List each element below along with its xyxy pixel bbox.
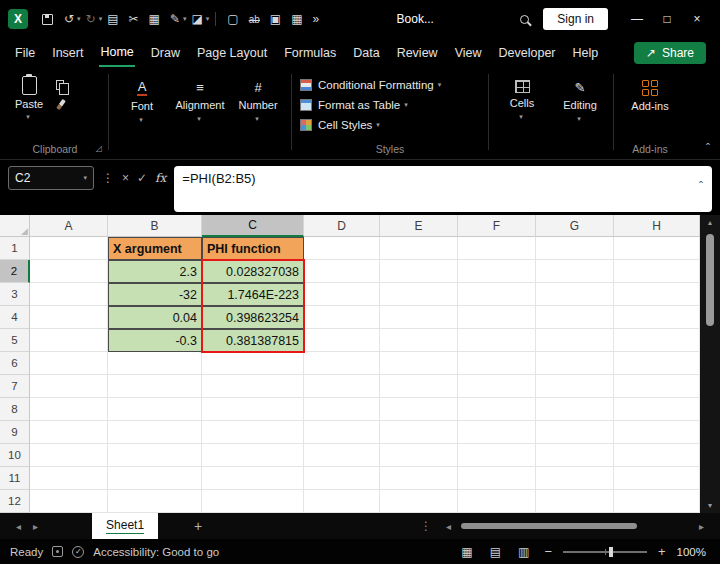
row-header-11[interactable]: 11 — [0, 467, 30, 490]
cell-F4[interactable] — [458, 306, 536, 329]
font-group-button[interactable]: A Font ▾ — [113, 72, 171, 159]
row-header-2[interactable]: 2 — [0, 260, 30, 283]
cut-icon[interactable]: ✂ — [124, 12, 144, 26]
cell-B11[interactable] — [108, 467, 202, 490]
name-box-chevron-icon[interactable]: ▾ — [83, 174, 87, 182]
cancel-icon[interactable]: × — [122, 166, 129, 190]
cell-A8[interactable] — [30, 398, 108, 421]
cell-D8[interactable] — [304, 398, 380, 421]
cell-A1[interactable] — [30, 237, 108, 260]
cell-E12[interactable] — [380, 490, 458, 513]
strikethrough-icon[interactable]: ab — [244, 14, 265, 25]
cell-F2[interactable] — [458, 260, 536, 283]
macro-record-icon[interactable] — [52, 546, 63, 557]
row-header-9[interactable]: 9 — [0, 421, 30, 444]
cell-B12[interactable] — [108, 490, 202, 513]
sheet-nav-left-icon[interactable]: ◂ — [10, 521, 27, 532]
insert-function-icon[interactable]: fx — [155, 166, 166, 190]
cell-A6[interactable] — [30, 352, 108, 375]
tabbar-menu-icon[interactable]: ⋮ — [412, 519, 440, 533]
cell-H8[interactable] — [614, 398, 700, 421]
cell-D12[interactable] — [304, 490, 380, 513]
cell-A2[interactable] — [30, 260, 108, 283]
keyboard-icon[interactable]: ▦ — [144, 12, 165, 26]
cell-H6[interactable] — [614, 352, 700, 375]
alignment-group-button[interactable]: ≡ Alignment ▾ — [171, 72, 229, 159]
cell-C12[interactable] — [202, 490, 304, 513]
cell-F11[interactable] — [458, 467, 536, 490]
table-icon[interactable]: ▦ — [286, 12, 307, 26]
column-header-G[interactable]: G — [536, 215, 614, 237]
cell-D1[interactable] — [304, 237, 380, 260]
hscroll-right-icon[interactable]: ▸ — [693, 521, 710, 532]
cell-C8[interactable] — [202, 398, 304, 421]
cell-G11[interactable] — [536, 467, 614, 490]
row-header-1[interactable]: 1 — [0, 237, 30, 260]
tab-file[interactable]: File — [14, 40, 36, 66]
cell-E1[interactable] — [380, 237, 458, 260]
cell-C6[interactable] — [202, 352, 304, 375]
column-header-D[interactable]: D — [304, 215, 380, 237]
select-all-corner[interactable]: ◢ — [0, 215, 30, 237]
cell-H11[interactable] — [614, 467, 700, 490]
cell-C2[interactable]: 0.028327038 — [202, 260, 304, 283]
cell-C3[interactable]: 1.7464E-223 — [202, 283, 304, 306]
cell-H3[interactable] — [614, 283, 700, 306]
sheet-tab-sheet1[interactable]: Sheet1 — [92, 513, 158, 539]
redo-button[interactable]: ↻ — [81, 12, 101, 26]
cell-C7[interactable] — [202, 375, 304, 398]
paste-chevron-icon[interactable]: ▾ — [26, 113, 30, 121]
horizontal-scrollbar-thumb[interactable] — [461, 523, 637, 529]
normal-view-icon[interactable]: ▦ — [457, 545, 476, 559]
share-button[interactable]: ↗ Share — [634, 42, 706, 64]
cell-D7[interactable] — [304, 375, 380, 398]
row-header-10[interactable]: 10 — [0, 444, 30, 467]
cell-E8[interactable] — [380, 398, 458, 421]
zoom-in-button[interactable]: + — [656, 544, 668, 559]
cell-A9[interactable] — [30, 421, 108, 444]
addins-button[interactable]: Add-ins Add-ins — [618, 72, 682, 159]
vertical-scrollbar-thumb[interactable] — [706, 234, 714, 326]
row-header-8[interactable]: 8 — [0, 398, 30, 421]
page-layout-view-icon[interactable]: ▤ — [486, 545, 505, 559]
cell-H1[interactable] — [614, 237, 700, 260]
tab-page-layout[interactable]: Page Layout — [196, 40, 268, 66]
enter-icon[interactable]: ✓ — [137, 166, 147, 190]
paste-button[interactable]: Paste ▾ — [6, 72, 52, 143]
name-box[interactable]: C2 ▾ — [8, 166, 94, 190]
cell-D5[interactable] — [304, 329, 380, 352]
cell-D11[interactable] — [304, 467, 380, 490]
cell-E11[interactable] — [380, 467, 458, 490]
cell-G7[interactable] — [536, 375, 614, 398]
highlighter-chevron-icon[interactable]: ▾ — [206, 15, 210, 23]
editing-group-button[interactable]: ✎ Editing ▾ — [551, 72, 609, 159]
cell-B1[interactable]: X argument — [108, 237, 202, 260]
column-header-H[interactable]: H — [614, 215, 700, 237]
page-break-view-icon[interactable]: ▥ — [514, 545, 533, 559]
cell-G6[interactable] — [536, 352, 614, 375]
formula-input[interactable]: =PHI(B2:B5) ˆ — [174, 166, 712, 212]
cell-A12[interactable] — [30, 490, 108, 513]
cell-H9[interactable] — [614, 421, 700, 444]
cell-H4[interactable] — [614, 306, 700, 329]
row-header-6[interactable]: 6 — [0, 352, 30, 375]
cell-C10[interactable] — [202, 444, 304, 467]
clipboard-icon[interactable]: ▤ — [102, 12, 123, 26]
collapse-ribbon-icon[interactable]: ˆ — [706, 142, 710, 156]
tab-view[interactable]: View — [454, 40, 483, 66]
formula-bar-handle-icon[interactable]: ⋮ — [102, 166, 114, 190]
conditional-formatting-button[interactable]: Conditional Formatting ▾ — [296, 75, 484, 95]
zoom-level[interactable]: 100% — [677, 546, 710, 558]
maximize-button[interactable]: □ — [652, 12, 682, 26]
cell-B6[interactable] — [108, 352, 202, 375]
tab-review[interactable]: Review — [396, 40, 439, 66]
cell-A7[interactable] — [30, 375, 108, 398]
column-header-F[interactable]: F — [458, 215, 536, 237]
zoom-slider[interactable] — [563, 551, 647, 553]
cell-F5[interactable] — [458, 329, 536, 352]
cell-A10[interactable] — [30, 444, 108, 467]
cell-G9[interactable] — [536, 421, 614, 444]
format-painter-button[interactable] — [56, 99, 66, 110]
cell-E2[interactable] — [380, 260, 458, 283]
column-header-E[interactable]: E — [380, 215, 458, 237]
